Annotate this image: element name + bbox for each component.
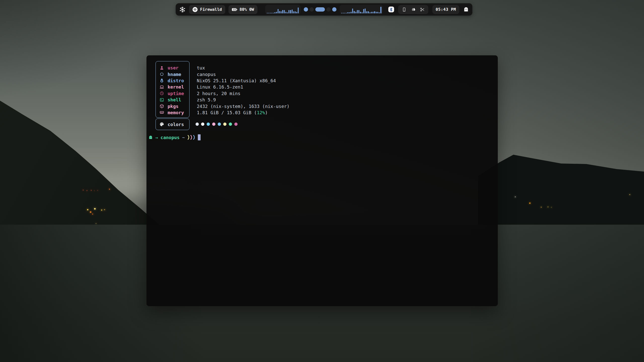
graph-bar [295, 11, 296, 13]
graph-bar [285, 12, 286, 13]
village-light [541, 207, 542, 208]
graph-bar [376, 12, 377, 13]
village-light [96, 223, 96, 224]
workspace-dot[interactable] [326, 7, 331, 12]
graph-bar [298, 8, 299, 13]
graph-bar [352, 9, 353, 13]
fetch-row: kernel [159, 84, 189, 90]
palette-color-dot [229, 123, 232, 126]
fetch-key-label: pkgs [168, 104, 178, 109]
scissors-icon[interactable] [420, 7, 425, 12]
battery-module[interactable]: 80% 0W [229, 5, 257, 14]
fetch-value: tux [197, 65, 289, 71]
person-icon [159, 66, 165, 70]
graph-bar [292, 10, 293, 13]
palette-color-dot [223, 123, 226, 126]
village-light [629, 194, 630, 195]
terminal-icon [159, 98, 165, 102]
palette-color-dot [218, 123, 221, 126]
firewalld-module[interactable]: Firewalld [189, 5, 225, 14]
graph-bar [346, 13, 347, 13]
memory-graph[interactable] [340, 5, 383, 14]
status-bar-left: Firewalld 80% 0W [179, 5, 257, 14]
flame-icon[interactable] [411, 7, 416, 12]
chevron-right-icon [190, 135, 193, 140]
cpu-graph[interactable] [265, 5, 300, 14]
village-light [109, 189, 110, 190]
graph-bar [358, 10, 359, 13]
prompt-host: canopus [161, 135, 180, 140]
clock-icon [159, 91, 165, 96]
nixos-logo-icon[interactable] [179, 6, 186, 13]
ghost-prompt-icon [148, 135, 153, 140]
fetch-key-label: shell [168, 97, 181, 102]
firewalld-icon [192, 7, 198, 12]
graph-bar [368, 11, 369, 13]
graph-bar [374, 11, 375, 13]
palette-icon [159, 122, 165, 127]
fetch-row: hname [159, 71, 189, 77]
fetch-value: 2432 (nix-system), 1633 (nix-user) [197, 103, 289, 109]
graph-bar [365, 9, 366, 13]
laptop-icon [159, 85, 165, 89]
graph-bar [343, 13, 344, 13]
terminal-window[interactable]: userhnamedistrokerneluptimeshellpkgsmemo… [146, 55, 498, 306]
prompt-chevrons [187, 135, 195, 140]
graph-bar [347, 12, 348, 13]
village-light [94, 208, 96, 210]
bluetooth-button[interactable] [388, 7, 394, 12]
village-light [101, 210, 102, 211]
graph-bar [281, 11, 282, 13]
graph-bar [282, 10, 283, 13]
fetch-row: user [159, 65, 189, 71]
bluetooth-icon [389, 8, 393, 12]
village-light [92, 214, 93, 215]
graph-bar [271, 13, 272, 13]
fetch-values: tuxcanopusNixOS 25.11 (Xantusia) x86_64L… [197, 65, 289, 116]
firewalld-label: Firewalld [200, 7, 222, 12]
fetch-row: pkgs [159, 103, 189, 109]
graph-bar [371, 12, 372, 13]
status-bar-center [265, 3, 383, 16]
penguin-icon [159, 78, 165, 83]
graph-bar [355, 12, 356, 13]
graph-bar [270, 13, 271, 13]
fetch-value: canopus [197, 71, 289, 77]
prompt-arrow: → [155, 135, 158, 140]
workspace-active-pill[interactable] [315, 7, 325, 12]
ghost-icon[interactable] [463, 7, 469, 12]
graph-bar [377, 12, 378, 13]
graph-bar [351, 12, 352, 13]
palette-color-dot [207, 123, 210, 126]
workspace-dot[interactable] [304, 7, 308, 12]
graph-bar [288, 10, 289, 13]
graph-bar [287, 12, 288, 13]
village-light [548, 207, 548, 207]
workspace-dot[interactable] [310, 7, 314, 12]
graph-bar [357, 10, 358, 13]
graph-bar [293, 11, 294, 13]
fetch-row: shell [159, 97, 189, 103]
fetch-row: memory [159, 109, 189, 116]
phone-icon[interactable] [402, 7, 406, 12]
fetch-keys-box: userhnamedistrokerneluptimeshellpkgsmemo… [156, 61, 190, 118]
chevron-right-icon [187, 135, 190, 140]
graph-bar [363, 9, 364, 13]
village-light [551, 207, 552, 208]
battery-icon [232, 8, 237, 12]
village-light [83, 190, 84, 190]
fetch-key-label: user [168, 65, 178, 70]
fetch-key-label: kernel [168, 84, 184, 90]
fetch-value: Linux 6.16.5-zen1 [197, 84, 289, 90]
village-light [104, 209, 105, 210]
clock-module[interactable]: 05:43 PM [432, 5, 459, 14]
palette-color-dot [212, 123, 215, 126]
colors-label: colors [168, 122, 184, 127]
status-bar: Firewalld 80% 0W [176, 3, 472, 16]
palette-dots [196, 123, 238, 126]
village-light [90, 211, 91, 213]
fetch-row: distro [159, 77, 189, 84]
workspace-dot[interactable] [332, 7, 336, 12]
fetch-row: uptime [159, 90, 189, 97]
fetch-colors-box: colors [156, 118, 190, 130]
